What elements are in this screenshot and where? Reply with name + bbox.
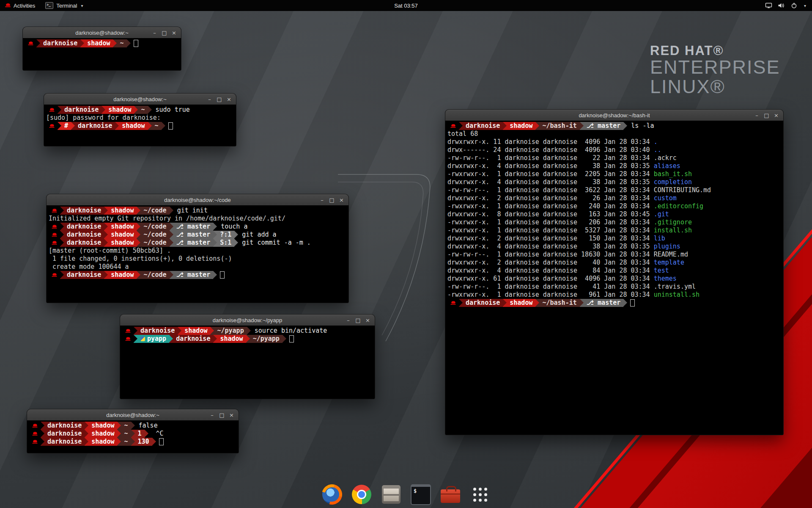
- maximize-button[interactable]: □: [215, 95, 224, 104]
- terminal-line: -rw-rw-r--. 1 darknoise darknoise 3622 J…: [447, 186, 781, 194]
- terminal-text: -rwxrwxr-x. 1 darknoise darknoise 240 Ja…: [447, 202, 654, 210]
- prompt-segment-h: shadow: [507, 299, 535, 307]
- powerline-separator: [213, 271, 217, 279]
- terminal-text: .: [654, 138, 658, 146]
- close-button[interactable]: ×: [337, 196, 346, 204]
- prompt-distro-icon: [49, 207, 60, 215]
- close-button[interactable]: ×: [772, 111, 781, 120]
- terminal-text: source bin/activate: [251, 327, 327, 335]
- activities-label: Activities: [14, 3, 35, 9]
- terminal-window-1[interactable]: darknoise@shadow:~ – □ × darknoiseshadow…: [23, 27, 181, 70]
- powerline-separator: [162, 122, 165, 130]
- powerline-separator: [36, 39, 40, 47]
- terminal-content[interactable]: darknoiseshadow~/bash-it⎇ master ls -lat…: [445, 121, 783, 435]
- show-apps-button[interactable]: [470, 484, 490, 505]
- window-title: darknoise@shadow:~/bash-it: [445, 112, 783, 119]
- prompt-segment-s: S:1: [217, 239, 234, 247]
- terminal-window-3[interactable]: darknoise@shadow:~/code – □ × darknoises…: [47, 194, 348, 303]
- wordmark-line2: ENTERPRISE: [650, 58, 780, 77]
- toolbox-launcher[interactable]: [440, 484, 461, 505]
- window-titlebar[interactable]: darknoise@shadow:~ – □ ×: [23, 27, 181, 39]
- powerline-separator: [145, 430, 148, 438]
- minimize-button[interactable]: –: [318, 196, 326, 204]
- close-button[interactable]: ×: [363, 316, 372, 325]
- prompt-distro-icon: [447, 122, 459, 130]
- terminal-line: [sudo] password for darknoise:: [46, 114, 234, 122]
- prompt-segment-u: darknoise: [75, 122, 115, 130]
- terminal-text: drwxrwxr-x. 11 darknoise darknoise 4096 …: [447, 138, 654, 146]
- redhat-icon: [5, 3, 11, 8]
- minimize-button[interactable]: –: [205, 95, 214, 104]
- terminal-window-2[interactable]: darknoise@shadow:~ – □ × darknoiseshadow…: [44, 94, 236, 146]
- prompt-segment-h: shadow: [88, 430, 117, 438]
- window-titlebar[interactable]: darknoise@shadow:~/pyapp – □ ×: [120, 315, 375, 326]
- maximize-button[interactable]: □: [327, 196, 336, 204]
- redhat-icon: [49, 124, 54, 128]
- redhat-icon: [52, 225, 57, 229]
- powerline-separator: [170, 231, 173, 239]
- files-launcher[interactable]: [381, 484, 401, 505]
- prompt-segment-u: darknoise: [44, 438, 85, 446]
- maximize-button[interactable]: □: [217, 411, 226, 420]
- terminal-content[interactable]: darknoiseshadow~/pyapp source bin/activa…: [120, 326, 375, 399]
- powerline-separator: [102, 106, 105, 114]
- terminal-content[interactable]: darknoiseshadow~/code git initInitialize…: [47, 205, 348, 303]
- prompt-segment-e: 130: [135, 438, 152, 446]
- terminal-content[interactable]: darknoiseshadow~ sudo true[sudo] passwor…: [44, 105, 236, 146]
- terminal-content[interactable]: darknoiseshadow~: [23, 38, 181, 70]
- terminal-content[interactable]: darknoiseshadow~ falsedarknoiseshadow~1 …: [27, 420, 239, 453]
- desktop: { "topbar": { "activities_label": "Activ…: [0, 0, 812, 508]
- minimize-button[interactable]: –: [208, 411, 217, 420]
- powerline-separator: [170, 239, 173, 247]
- maximize-button[interactable]: □: [160, 28, 169, 37]
- powerline-separator: [60, 223, 64, 231]
- terminal-window-5[interactable]: darknoise@shadow:~ – □ × darknoiseshadow…: [27, 409, 239, 453]
- terminal-text: -rw-rw-r--. 1 darknoise darknoise 41 Jan…: [447, 283, 654, 291]
- clock-label[interactable]: Sat 03:57: [394, 3, 418, 9]
- window-titlebar[interactable]: darknoise@shadow:~/bash-it – □ ×: [445, 110, 783, 121]
- prompt-distro-icon: [49, 271, 60, 279]
- redhat-icon: [52, 241, 57, 245]
- window-titlebar[interactable]: darknoise@shadow:~ – □ ×: [44, 94, 236, 105]
- powerline-separator: [169, 335, 173, 343]
- prompt-segment-e: 1: [135, 430, 145, 438]
- terminal-text: install.sh: [654, 226, 692, 235]
- prompt-distro-icon: [122, 335, 134, 343]
- activities-button[interactable]: Activities: [0, 0, 40, 11]
- powerline-separator: [535, 122, 539, 130]
- terminal-line: -rw-rw-r--. 1 darknoise darknoise 41 Jan…: [447, 283, 781, 291]
- terminal-launcher[interactable]: $: [411, 484, 431, 505]
- minimize-button[interactable]: –: [150, 28, 159, 37]
- terminal-icon-glyph: $: [414, 488, 417, 494]
- close-button[interactable]: ×: [227, 411, 236, 420]
- minimize-button[interactable]: –: [344, 316, 353, 325]
- volume-icon: [778, 2, 785, 9]
- file-cabinet-icon: [382, 485, 401, 504]
- terminal-window-bashit[interactable]: darknoise@shadow:~/bash-it – □ × darknoi…: [445, 110, 783, 435]
- terminal-text: completion: [654, 178, 692, 186]
- terminal-window-4[interactable]: darknoise@shadow:~/pyapp – □ × darknoise…: [120, 315, 375, 399]
- chrome-icon: [352, 485, 371, 504]
- maximize-button[interactable]: □: [354, 316, 362, 325]
- window-titlebar[interactable]: darknoise@shadow:~ – □ ×: [27, 409, 239, 421]
- system-status-area[interactable]: ▾: [765, 0, 812, 11]
- terminal-line: -rwxrwxr-x. 1 darknoise darknoise 5327 J…: [447, 226, 781, 235]
- minimize-button[interactable]: –: [752, 111, 761, 120]
- prompt-segment-h: shadow: [217, 335, 246, 343]
- terminal-line: -rwxrwxr-x. 1 darknoise darknoise 961 Ja…: [447, 291, 781, 299]
- close-button[interactable]: ×: [225, 95, 233, 104]
- prompt-segment-u: darknoise: [44, 430, 85, 438]
- maximize-button[interactable]: □: [762, 111, 771, 120]
- powerline-separator: [137, 239, 140, 247]
- python-icon: [140, 337, 145, 341]
- powerline-separator: [503, 299, 507, 307]
- terminal-text: -rw-rw-r--. 1 darknoise darknoise 18630 …: [447, 251, 654, 259]
- prompt-segment-p: ~: [121, 430, 131, 438]
- close-button[interactable]: ×: [170, 28, 178, 37]
- window-titlebar[interactable]: darknoise@shadow:~/code – □ ×: [47, 194, 348, 206]
- firefox-launcher[interactable]: [322, 484, 342, 505]
- chrome-launcher[interactable]: [351, 484, 372, 505]
- app-menu-label: Terminal: [56, 3, 77, 9]
- app-menu-terminal[interactable]: >_ Terminal ▾: [40, 0, 88, 11]
- terminal-text: drwxrwxr-x. 4 darknoise darknoise 84 Jan…: [447, 267, 654, 275]
